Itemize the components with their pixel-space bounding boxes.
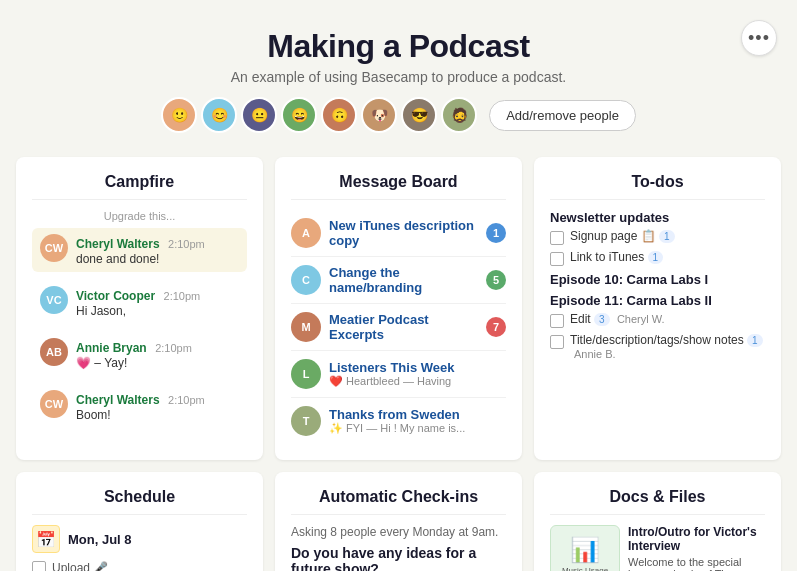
- spreadsheet-icon: 📊: [570, 536, 600, 564]
- todo-item: Title/description/tags/show notes 1 Anni…: [550, 333, 765, 361]
- todo-badge: 1: [659, 230, 675, 243]
- message-board-title: Message Board: [291, 173, 506, 200]
- avatar: A: [291, 218, 321, 248]
- message-board-card: Message Board A New iTunes description c…: [275, 157, 522, 460]
- docs-item: 📊 Music Usage Notes: Intro/Outro for Vic…: [550, 525, 765, 571]
- chat-message: 💗 – Yay!: [76, 356, 239, 370]
- schedule-item: 📅 Mon, Jul 8: [32, 525, 247, 553]
- todo-section-label: Newsletter updates: [550, 210, 765, 225]
- chat-message: Hi Jason,: [76, 304, 239, 318]
- schedule-task: Upload 🎤: [52, 561, 108, 571]
- doc-info: Intro/Outro for Victor's Interview Welco…: [628, 525, 765, 571]
- todo-item: Signup page 📋 1: [550, 229, 765, 245]
- avatar: AB: [40, 338, 68, 366]
- team-avatars: 🙂 😊 😐 😄 🙃 🐶 😎 🧔 Add/remove people: [20, 97, 777, 133]
- checkins-card: Automatic Check-ins Asking 8 people ever…: [275, 472, 522, 571]
- page-subtitle: An example of using Basecamp to produce …: [20, 69, 777, 85]
- campfire-card: Campfire Upgrade this... CW Cheryl Walte…: [16, 157, 263, 460]
- todo-checkbox[interactable]: [550, 252, 564, 266]
- message-badge: 1: [486, 223, 506, 243]
- doc-description: Welcome to the special bonus episode of …: [628, 556, 765, 571]
- chat-message: done and done!: [76, 252, 239, 266]
- avatar: M: [291, 312, 321, 342]
- chat-time: 2:10pm: [168, 238, 205, 250]
- todos-card: To-dos Newsletter updates Signup page 📋 …: [534, 157, 781, 460]
- avatar[interactable]: 😎: [401, 97, 437, 133]
- chat-time: 2:10pm: [164, 290, 201, 302]
- todo-checkbox[interactable]: [550, 231, 564, 245]
- schedule-checkbox[interactable]: [32, 561, 46, 571]
- message-title: Meatier Podcast Excerpts: [329, 312, 478, 342]
- todo-badge: 1: [747, 334, 763, 347]
- doc-thumbnail[interactable]: 📊 Music Usage Notes:: [550, 525, 620, 571]
- avatar[interactable]: 😊: [201, 97, 237, 133]
- docs-card: Docs & Files 📊 Music Usage Notes: Intro/…: [534, 472, 781, 571]
- avatar: CW: [40, 390, 68, 418]
- message-badge: 5: [486, 270, 506, 290]
- todo-checkbox[interactable]: [550, 314, 564, 328]
- message-title: Thanks from Sweden: [329, 407, 506, 422]
- avatar: L: [291, 359, 321, 389]
- chat-item: VC Victor Cooper 2:10pm Hi Jason,: [32, 280, 247, 324]
- chat-item: CW Cheryl Walters 2:10pm Boom!: [32, 384, 247, 428]
- msg-item[interactable]: L Listeners This Week ❤️ Heartbleed — Ha…: [291, 351, 506, 398]
- schedule-day: Mon, Jul 8: [68, 532, 132, 547]
- avatar: CW: [40, 234, 68, 262]
- chat-name: Victor Cooper: [76, 289, 155, 303]
- chat-time: 2:10pm: [155, 342, 192, 354]
- msg-item[interactable]: C Change the name/branding 5: [291, 257, 506, 304]
- schedule-title: Schedule: [32, 488, 247, 515]
- todo-assignee: Cheryl W.: [617, 313, 665, 325]
- avatar[interactable]: 🙂: [161, 97, 197, 133]
- calendar-icon: 📅: [32, 525, 60, 553]
- schedule-card: Schedule 📅 Mon, Jul 8 Upload 🎤 Episode 1…: [16, 472, 263, 571]
- message-title: New iTunes description copy: [329, 218, 478, 248]
- todo-assignee: Annie B.: [574, 348, 616, 360]
- chat-item: CW Cheryl Walters 2:10pm done and done!: [32, 228, 247, 272]
- main-grid: Campfire Upgrade this... CW Cheryl Walte…: [0, 149, 797, 571]
- page-header: Making a Podcast An example of using Bas…: [0, 0, 797, 149]
- todo-badge: 3: [594, 313, 610, 326]
- avatar: T: [291, 406, 321, 436]
- chat-message: Boom!: [76, 408, 239, 422]
- todo-checkbox[interactable]: [550, 335, 564, 349]
- chat-name: Annie Bryan: [76, 341, 147, 355]
- todo-badge: 1: [648, 251, 664, 264]
- avatar: VC: [40, 286, 68, 314]
- avatar[interactable]: 🙃: [321, 97, 357, 133]
- chat-time: 2:10pm: [168, 394, 205, 406]
- todo-item: Link to iTunes 1: [550, 250, 765, 266]
- upgrade-notice: Upgrade this...: [32, 210, 247, 222]
- checkins-title: Automatic Check-ins: [291, 488, 506, 515]
- avatar[interactable]: 😐: [241, 97, 277, 133]
- msg-item[interactable]: T Thanks from Sweden ✨ FYI — Hi ! My nam…: [291, 398, 506, 444]
- msg-item[interactable]: A New iTunes description copy 1: [291, 210, 506, 257]
- chat-name: Cheryl Walters: [76, 393, 160, 407]
- msg-item[interactable]: M Meatier Podcast Excerpts 7: [291, 304, 506, 351]
- dots-icon: •••: [748, 28, 770, 49]
- chat-name: Cheryl Walters: [76, 237, 160, 251]
- todo-section-label: Episode 10: Carma Labs I: [550, 272, 765, 287]
- message-preview: ✨ FYI — Hi ! My name is...: [329, 422, 506, 435]
- todos-title: To-dos: [550, 173, 765, 200]
- doc-label: Music Usage: [562, 566, 608, 571]
- add-people-button[interactable]: Add/remove people: [489, 100, 636, 131]
- message-title: Change the name/branding: [329, 265, 478, 295]
- campfire-title: Campfire: [32, 173, 247, 200]
- message-badge: 7: [486, 317, 506, 337]
- avatar[interactable]: 😄: [281, 97, 317, 133]
- menu-dots-button[interactable]: •••: [741, 20, 777, 56]
- checkins-description: Asking 8 people every Monday at 9am.: [291, 525, 506, 539]
- schedule-event: Mon, Jul 8: [68, 532, 132, 547]
- page-title: Making a Podcast: [20, 28, 777, 65]
- message-title: Listeners This Week: [329, 360, 506, 375]
- chat-item: AB Annie Bryan 2:10pm 💗 – Yay!: [32, 332, 247, 376]
- avatar[interactable]: 🐶: [361, 97, 397, 133]
- docs-title: Docs & Files: [550, 488, 765, 515]
- avatar[interactable]: 🧔: [441, 97, 477, 133]
- doc-title: Intro/Outro for Victor's Interview: [628, 525, 765, 553]
- avatar: C: [291, 265, 321, 295]
- todo-item: Edit 3 Cheryl W.: [550, 312, 765, 328]
- checkins-question: Do you have any ideas for a future show?: [291, 545, 506, 571]
- message-preview: ❤️ Heartbleed — Having: [329, 375, 506, 388]
